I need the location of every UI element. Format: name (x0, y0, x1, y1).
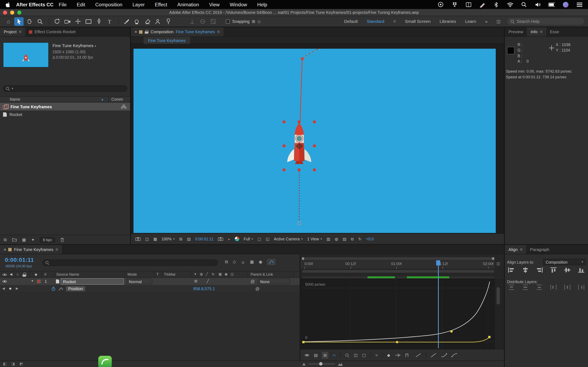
hand-tool[interactable] (25, 17, 34, 26)
easy-ease-out-icon[interactable] (451, 353, 457, 357)
color-settings-icon[interactable]: ✦ (31, 237, 35, 242)
tab-info[interactable]: Info ≡ (527, 27, 546, 36)
navigator-end-handle[interactable] (492, 257, 494, 260)
mask-visibility-icon[interactable]: ▤ (187, 237, 191, 241)
project-comp-name[interactable]: Fine Tune Keyframes (52, 43, 94, 48)
timeline-search-input[interactable] (51, 260, 215, 265)
trash-icon[interactable] (61, 238, 64, 242)
info-panel-menu-icon[interactable]: ≡ (540, 29, 543, 34)
easy-ease-icon[interactable] (430, 353, 436, 357)
bluetooth-icon[interactable] (493, 1, 499, 8)
help-search-input[interactable] (517, 19, 577, 24)
hide-shy-layers-icon[interactable]: ☺ (241, 260, 245, 264)
project-search-input[interactable] (15, 86, 124, 91)
column-parent-link[interactable]: Parent & Link (251, 272, 273, 276)
property-name[interactable]: Position (66, 286, 85, 291)
layer-name[interactable]: Rocket (61, 279, 123, 284)
composition-thumbnail[interactable] (3, 42, 49, 67)
graph-editor[interactable]: 5000 px/sec 0 (300, 279, 495, 349)
menu-window[interactable]: Window (230, 2, 247, 7)
video-column-icon[interactable] (2, 273, 7, 276)
search-options-caret-icon[interactable]: ▾ (12, 87, 13, 90)
distribute-center-vertical-button[interactable] (521, 284, 530, 291)
spotlight-search-icon[interactable] (520, 1, 527, 8)
auto-zoom-graph-icon[interactable] (345, 353, 349, 357)
zoom-slider-knob[interactable] (319, 362, 323, 366)
wifi-icon[interactable] (507, 1, 513, 8)
show-snapshot-icon[interactable]: ◫ (145, 237, 149, 241)
workspace-learn[interactable]: Learn (465, 19, 476, 24)
project-panel-menu-icon[interactable]: ≡ (19, 29, 21, 34)
motion-path-selected-segment[interactable] (300, 59, 302, 122)
axis-mode-local-icon[interactable] (187, 17, 197, 26)
workspace-menu-icon[interactable]: ≡ (393, 19, 396, 24)
region-of-interest-icon[interactable]: ▢ (258, 237, 261, 241)
timeline-current-time[interactable]: 0:00:01:11 (5, 257, 34, 263)
layer-quality-switch-icon[interactable]: ╱ (207, 279, 209, 283)
keyframe-add-button[interactable]: ◆ (9, 286, 12, 290)
transform-box-icon[interactable]: ⊞ (322, 352, 328, 358)
align-bottom-button[interactable] (577, 267, 586, 273)
keyframe-velocity-icon[interactable] (395, 353, 401, 357)
magnification-dropdown[interactable]: 100%▾ (162, 237, 174, 241)
creative-cloud-icon[interactable] (437, 1, 444, 8)
menu-effect[interactable]: Effect (155, 2, 167, 7)
workspace-standard[interactable]: Standard (367, 19, 384, 24)
menu-animation[interactable]: Animation (177, 2, 199, 7)
distribute-left-button[interactable] (549, 284, 558, 291)
zoom-slider[interactable] (309, 364, 335, 364)
switch-shy-icon[interactable]: ✦ (194, 272, 197, 276)
new-composition-icon[interactable]: ▦ (22, 237, 26, 242)
home-button[interactable]: ⌂ (4, 17, 13, 26)
comp-panel-menu-icon[interactable]: ≡ (217, 29, 220, 34)
zoom-out-frames-icon[interactable] (302, 363, 306, 366)
close-tab-icon[interactable]: × (135, 30, 137, 34)
volume-icon[interactable] (534, 1, 541, 8)
label-column-icon[interactable]: ◆ (35, 272, 37, 276)
roto-brush-tool[interactable] (153, 17, 162, 26)
comp-navigator-tab[interactable]: Fine Tune Keyframes (144, 37, 190, 44)
tab-project[interactable]: Project ≡ (0, 27, 25, 36)
graph-set-icon[interactable] (59, 287, 63, 291)
motion-blur-icon[interactable]: ◉ (259, 259, 262, 264)
window-manager-icon[interactable] (465, 1, 472, 8)
selection-tool[interactable] (14, 17, 24, 26)
distribute-right-button[interactable] (577, 284, 586, 291)
show-last-snapshot-icon[interactable]: ◗ (228, 237, 230, 241)
switch-collapse-icon[interactable]: ◍ (200, 272, 203, 276)
keyframe-point-bottom[interactable] (298, 222, 301, 225)
workspace-settings-icon[interactable]: ◫ (497, 19, 501, 24)
project-search-field[interactable]: ▾ (3, 85, 127, 92)
brush-tool[interactable] (121, 17, 131, 26)
menu-help[interactable]: Help (257, 2, 267, 7)
align-center-horizontal-button[interactable] (521, 267, 530, 273)
layer-row-rocket[interactable]: ▾ 1 Rocket Normal▾ ⊞ ╱ @ None▾ (0, 278, 300, 285)
tab-preview[interactable]: Preview (505, 27, 527, 36)
blend-mode-dropdown[interactable]: Normal▾ (127, 279, 152, 284)
switch-effects-icon[interactable]: fx (212, 272, 215, 276)
snapshot-camera-icon[interactable] (135, 237, 141, 241)
align-panel-menu-icon[interactable]: ≡ (520, 247, 523, 252)
pixel-aspect-correction-icon[interactable]: ▥ (327, 237, 330, 241)
separate-dimensions-icon[interactable]: ≈ (375, 353, 378, 357)
menu-composition[interactable]: Composition (95, 2, 122, 7)
ease-linear-icon[interactable] (415, 353, 421, 357)
interpret-footage-icon[interactable]: ⧉ (4, 237, 7, 242)
project-bit-depth[interactable]: 8 bpc (40, 237, 55, 243)
fit-selection-icon[interactable]: ◫ (354, 352, 358, 358)
column-source-name[interactable]: Source Name (56, 272, 79, 276)
column-mode[interactable]: Mode (127, 272, 137, 276)
fit-all-graphs-icon[interactable]: ▢ (362, 352, 366, 358)
stopwatch-icon[interactable] (52, 286, 56, 291)
time-ruler[interactable]: 0:00f 00:12f 01:00f 01:12f 02:00f (300, 260, 495, 269)
playhead-handle[interactable] (436, 260, 440, 266)
switch-frame-blend-icon[interactable]: ▦ (219, 272, 222, 276)
distribute-bottom-button[interactable] (535, 284, 544, 291)
comp-name-caret-icon[interactable]: ▾ (95, 45, 96, 48)
channel-wheel-icon[interactable] (234, 237, 239, 241)
tab-paragraph[interactable]: Paragraph (526, 245, 553, 254)
keyframe-prev-button[interactable]: ◀ (2, 286, 5, 290)
solo-column-icon[interactable]: ○ (17, 272, 19, 276)
view-layout-dropdown[interactable]: 1 View▾ (307, 237, 322, 241)
pan-behind-tool[interactable] (73, 17, 82, 26)
